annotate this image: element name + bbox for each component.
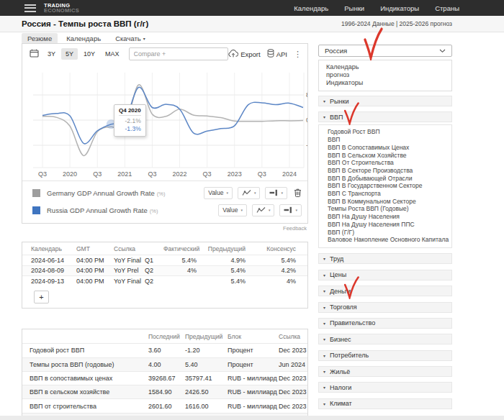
sidebar-section-taxes[interactable]: ▾Налоги (318, 382, 452, 393)
range-button-max[interactable]: MAX (101, 48, 124, 60)
sidebar-indicator-link[interactable]: ВВП На Душу Населения (328, 213, 451, 221)
series-color-swatch (32, 206, 40, 214)
indicator-name[interactable]: ВВП в сельском хозяйстве (30, 388, 148, 396)
stats-cell: Dec 2023 (279, 388, 309, 396)
table-row[interactable]: Темпы роста ВВП (годовые)4.005.40Процент… (22, 357, 307, 371)
country-select[interactable]: Россия (318, 45, 452, 57)
sidebar-indicator-link[interactable]: ВВП В Сопоставимых Ценах (328, 144, 451, 152)
sidebar-link-1[interactable]: прогноз (326, 71, 444, 79)
sidebar-section-markets[interactable]: ▾Рынки (318, 96, 452, 106)
sidebar-section-government[interactable]: ▾Правительство (318, 318, 452, 329)
calendar-add-row: + (22, 286, 307, 309)
calendar-cell: YoY Prel (114, 267, 145, 274)
table-row[interactable]: 2024-09-1304:00 PMYoY FinalQ25.4%4% (22, 275, 307, 286)
trading-economics-logo[interactable]: TRADING ECONOMICS (44, 3, 79, 14)
stats-cell: Процент (228, 361, 279, 368)
svg-text:8: 8 (306, 91, 307, 99)
sidebar-section-prices[interactable]: ▾Цены (318, 270, 452, 280)
bar-style-icon (269, 189, 278, 196)
sidebar-link-2[interactable]: Индикаторы (326, 79, 444, 87)
axis-style-button[interactable]: ▾ (265, 187, 287, 199)
range-button-10y[interactable]: 10Y (79, 48, 99, 60)
tab-0[interactable]: Резюме (22, 33, 58, 44)
range-button-5y[interactable]: 5Y (61, 48, 78, 60)
tab-2[interactable]: Скачать▾ (109, 33, 151, 44)
sidebar-indicator-link[interactable]: ВВП На Душу Населения ППС (328, 221, 451, 229)
add-button[interactable]: + (34, 291, 49, 303)
range-button-3y[interactable]: 3Y (43, 48, 60, 60)
stats-cell: 2426.50 (185, 388, 228, 396)
indicator-name[interactable]: Годовой рост ВВП (30, 347, 148, 354)
export-button[interactable]: Export (228, 50, 260, 59)
table-row[interactable]: 2024-08-0904:00 PMYoY PrelQ24%5.4%4.2% (22, 265, 307, 276)
sidebar-indicator-link[interactable]: ВВП В Сельском Хозяйстве (328, 152, 451, 160)
table-row[interactable]: 2024-06-1404:00 PMYoY FinalQ15.4%4.9%5.4… (22, 255, 307, 265)
svg-text:2022: 2022 (173, 170, 187, 178)
sidebar-section-consumer[interactable]: ▾Потребитель (318, 350, 452, 361)
top-nav-item-0[interactable]: Календарь (294, 4, 328, 12)
calendar-cell: Q1 (145, 257, 163, 264)
stats-header-cell: Блок (228, 333, 279, 340)
sidebar-indicator-link[interactable]: ВВП (328, 136, 451, 144)
series-name: Russia GDP Annual Growth Rate(%) (47, 206, 158, 214)
chart-type-button[interactable]: ▾ (252, 204, 275, 216)
calendar-header-cell: Фактический (163, 245, 197, 252)
svg-text:0: 0 (306, 117, 307, 124)
calendar-header-cell: GMT (76, 245, 114, 252)
left-column: 3Y5Y10YMAX Export API ⋮ Q32020Q32021Q320… (22, 43, 308, 420)
sidebar-indicator-link[interactable]: Валовое Накопление Основного Капитала (328, 236, 451, 244)
table-row[interactable]: ВВП в сельском хозяйстве1584.902426.50RU… (22, 385, 307, 398)
chart-area[interactable]: Q32020Q32021Q32022Q32023Q3202480-8 Q4 20… (22, 64, 307, 181)
chart-type-button[interactable]: ▾ (238, 187, 261, 199)
sidebar-section-housing[interactable]: ▾Жильё (318, 366, 452, 377)
api-button[interactable]: API (267, 49, 287, 59)
value-dropdown-button[interactable]: Value▾ (204, 187, 233, 199)
svg-text:2021: 2021 (117, 170, 132, 178)
sidebar-indicator-link[interactable]: ВВП С Транспорта (328, 190, 451, 198)
database-icon (267, 49, 274, 59)
sidebar-indicator-link[interactable]: Годовой Рост ВВП (328, 128, 451, 136)
caret-down-icon: ▾ (323, 99, 325, 104)
logo-line2: ECONOMICS (44, 8, 79, 14)
sidebar-indicator-link[interactable]: ВВП От Строительства (328, 159, 451, 167)
sidebar-section-trade[interactable]: ▾Торговля (318, 302, 452, 313)
more-menu-icon[interactable]: ⋮ (294, 50, 302, 59)
sidebar-indicator-link[interactable]: ВВП В Секторе Производства (328, 167, 451, 175)
horizontal-scrollbar[interactable] (0, 416, 504, 420)
sidebar-indicator-link[interactable]: ВВП В Государственном Секторе (328, 182, 451, 190)
top-nav-item-2[interactable]: Индикаторы (380, 4, 419, 12)
table-row[interactable]: ВВП в сопоставимых ценах39268.6735797.41… (22, 371, 307, 385)
date-picker-button[interactable] (28, 47, 40, 61)
indicator-name[interactable]: ВВП от строительства (30, 403, 148, 410)
top-nav-item-1[interactable]: Рынки (344, 4, 364, 12)
caret-down-icon: ▾ (323, 369, 325, 374)
table-row[interactable]: Годовой рост ВВП3.60-1.20ПроцентDec 2023 (22, 343, 307, 357)
menu-icon[interactable] (24, 4, 36, 12)
top-nav-item-3[interactable]: Страны (435, 4, 459, 12)
calendar-header-cell: Календарь (31, 245, 76, 252)
sidebar-link-0[interactable]: Календарь (326, 63, 444, 71)
sidebar-indicator-link[interactable]: ВВП (Г/Г) (328, 229, 451, 237)
value-dropdown-button[interactable]: Value▾ (218, 204, 247, 216)
sidebar-section-climate[interactable]: ▾Климат (318, 398, 452, 409)
indicator-name[interactable]: ВВП в сопоставимых ценах (30, 375, 148, 382)
sidebar-section-business[interactable]: ▾Бизнес (318, 334, 452, 344)
sidebar-section-label: Потребитель (330, 352, 369, 359)
sidebar-section-money[interactable]: ▾Деньги (318, 286, 452, 296)
calendar-cell: 04:00 PM (76, 278, 114, 285)
gdp-growth-line-chart[interactable]: Q32020Q32021Q32022Q32023Q3202480-8 (22, 64, 307, 181)
sidebar-section-labour[interactable]: ▾Труд (318, 253, 452, 264)
sidebar-section-gdp[interactable]: ▾ВВП (318, 111, 452, 122)
sidebar-section-label: Жильё (330, 368, 350, 375)
feedback-link[interactable]: Feedback (22, 225, 307, 232)
sidebar-indicator-link[interactable]: ВВП В Добывающей Отрасли (328, 175, 451, 183)
table-row[interactable]: ВВП от строительства2601.601616.00RUB - … (22, 398, 307, 412)
tab-1[interactable]: Календарь (60, 33, 107, 44)
delete-series-button[interactable] (294, 188, 302, 197)
series-unit: (%) (157, 191, 166, 197)
compare-input[interactable] (129, 47, 229, 60)
sidebar-indicator-link[interactable]: Темпы Роста ВВП (Годовые) (328, 205, 451, 213)
indicator-name[interactable]: Темпы роста ВВП (годовые) (30, 361, 148, 368)
sidebar-indicator-link[interactable]: ВВП В Коммунальном Секторе (328, 198, 451, 206)
axis-style-button[interactable]: ▾ (279, 204, 302, 216)
